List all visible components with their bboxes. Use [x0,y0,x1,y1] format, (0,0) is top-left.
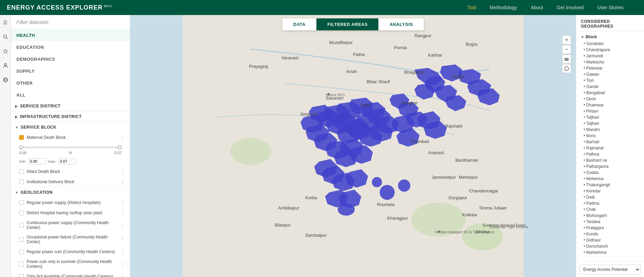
min-label: min: [19,159,26,163]
slider-thumb-min[interactable] [19,145,23,149]
checkbox-district-rooftop[interactable] [19,210,24,215]
menu-data-not-available[interactable]: ⋮ [120,274,125,277]
svg-text:Rangpur: Rangpur [414,33,432,38]
sidebar-item-education[interactable]: EDUCATION [11,41,130,53]
tab-filtered-areas[interactable]: FILTERED AREAS [317,18,379,30]
svg-text:Singrauli: Singrauli [300,112,318,117]
slider-thumb-max[interactable] [118,145,122,149]
svg-text:Rourkela: Rourkela [377,202,395,207]
block-godda: Godda [581,170,639,176]
menu-infant-death[interactable]: ⋮ [120,169,125,174]
svg-text:Rajshahi: Rajshahi [445,123,463,129]
checkbox-power-cuts-summer[interactable] [19,262,24,266]
block-domchanch: Domchanch [581,243,639,249]
menu-regular-power-district[interactable]: ⋮ [120,200,125,205]
block-dadi: Dadi [581,194,639,200]
menu-power-cuts-summer[interactable]: ⋮ [120,261,125,267]
filter-item-district-rooftop[interactable]: District Hospital having rooftop solar p… [11,208,130,218]
svg-text:Sunderban Reserved Forest: Sunderban Reserved Forest [483,223,526,227]
menu-regular-cuts[interactable]: ⋮ [120,249,125,254]
filter-datasets-header: Filter datasets [11,15,130,29]
svg-text:Deoghar: Deoghar [401,100,418,105]
menu-maternal-death[interactable]: ⋮ [120,135,125,140]
sidebar-item-other[interactable]: OTHER [11,77,130,89]
checkbox-occasional-failure[interactable] [19,237,24,242]
sidebar-item-demographics[interactable]: DEMOGRAPHICS [11,53,130,65]
checkbox-data-not-available[interactable] [19,274,24,277]
block-section-title[interactable]: ▼ Block [581,34,639,39]
svg-text:Sambalpur: Sambalpur [305,233,327,238]
checkbox-infant-death[interactable] [19,169,24,174]
nav-tool[interactable]: Tool [467,5,476,10]
person-icon[interactable] [1,61,10,70]
block-section: ▼ Block Sonahatu Chandrapura Jarmundi Ma… [576,32,644,258]
sidebar-item-health[interactable]: HEALTH [11,29,130,41]
max-input[interactable] [58,158,76,164]
filter-label-regular-cuts: Regular power cuts (Community Health Cen… [27,249,115,254]
filter-item-data-not-available[interactable]: Data Not Available (Community Health Cen… [11,271,130,277]
svg-text:Bilaspur: Bilaspur [275,222,291,228]
menu-continuous-power[interactable]: ⋮ [120,222,125,228]
section-header-service-block[interactable]: ▼ SERVICE BLOCK [11,122,130,132]
svg-text:Bhagalpur: Bhagalpur [404,70,425,75]
svg-rect-9 [565,60,569,61]
filter-item-institutional-delivery[interactable]: Institutional Delivery Block ⋮ [11,177,130,187]
zoom-in-button[interactable]: + [562,35,571,44]
svg-point-18 [398,179,410,192]
sidebar-item-supply[interactable]: SUPPLY [11,65,130,77]
zoom-out-button[interactable]: − [562,45,571,54]
filter-item-occasional-failure[interactable]: Occasional power failure (Community Heal… [11,232,130,247]
min-input[interactable] [28,158,46,164]
tab-analysis[interactable]: ANALYSIS [379,18,424,30]
checkbox-regular-power-district[interactable] [19,200,24,205]
svg-point-58 [438,231,440,233]
checkbox-institutional-delivery[interactable] [19,179,24,184]
block-tisri: Tisri [581,77,639,84]
block-keredar: Keredar [581,188,639,194]
nav-links: Tool Methodology About Get Involved User… [467,5,624,10]
filter-item-infant-death[interactable]: Infant Death Block ⋮ [11,166,130,177]
section-label-service-district: SERVICE DISTRICT [20,104,61,108]
filter-item-power-cuts-summer[interactable]: Power cuts only in summer (Community Hea… [11,257,130,271]
nav-user-stories[interactable]: User Stories [597,5,624,10]
block-barhait: Barhait [581,139,639,145]
svg-text:Gaya: Gaya [360,102,371,107]
menu-district-rooftop[interactable]: ⋮ [120,210,125,216]
star-icon[interactable] [1,47,10,55]
right-panel: CONSIDERED GEOGRAPHIES ▼ Block Sonahatu … [576,15,644,277]
filter-item-maternal-death[interactable]: Maternal Death Block ⋮ [11,132,130,143]
menu-occasional-failure[interactable]: ⋮ [120,237,125,242]
sidebar-item-all[interactable]: ALL [11,89,130,101]
info-button[interactable]: i [562,64,571,73]
nav-methodology[interactable]: Methodology [490,5,517,10]
tab-data[interactable]: DATA [282,18,317,30]
block-rajmahal: Rajmahal [581,145,639,151]
svg-text:Asansol: Asansol [428,150,444,155]
hamburger-icon[interactable]: ☰ [1,18,10,27]
section-header-infrastructure-district[interactable]: ▶ INFRASTRUCTURE DISTRICT [11,112,130,122]
section-header-geolocation[interactable]: ▼ GEOLOCATION [11,187,130,198]
checkbox-continuous-power[interactable] [19,223,24,228]
nav-get-involved[interactable]: Get Involved [557,5,584,10]
checkbox-regular-cuts[interactable] [19,249,24,254]
filter-item-regular-cuts[interactable]: Regular power cuts (Community Health Cen… [11,247,130,257]
nav-about[interactable]: About [531,5,543,10]
checkbox-maternal-death[interactable] [19,135,24,140]
layers-button[interactable] [562,55,571,63]
block-list: Sonahatu Chandrapura Jarmundi Markacho P… [581,41,639,256]
svg-point-13 [230,138,271,165]
filter-item-continuous-power[interactable]: Continuous power supply (Community Healt… [11,218,130,232]
search-icon[interactable] [1,33,10,41]
energy-access-dropdown[interactable]: Energy Access Potential [580,265,641,274]
section-header-service-district[interactable]: ▶ SERVICE DISTRICT [11,101,130,111]
globe-icon[interactable] [1,76,10,84]
icon-bar: ☰ [0,15,11,277]
min-max-row: min: max: [11,158,130,166]
collapse-arrow-service-district: ▶ [15,104,18,108]
svg-text:Bihar Sharif: Bihar Sharif [367,79,390,84]
menu-institutional-delivery[interactable]: ⋮ [120,179,125,185]
filter-item-regular-power-district[interactable]: Regular power supply (District Hospitals… [11,198,130,208]
filter-label-data-not-available: Data Not Available (Community Health Cen… [27,274,113,277]
svg-text:Bardhaman: Bardhaman [455,158,478,163]
section-label-geolocation: GEOLOCATION [20,190,53,195]
